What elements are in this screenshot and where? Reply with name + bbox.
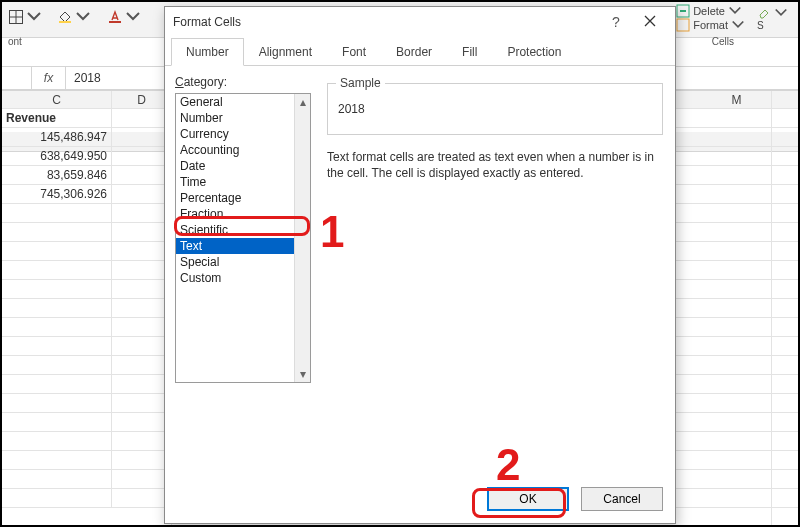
category-scrollbar[interactable]: ▴ ▾ — [294, 94, 310, 382]
cell[interactable] — [112, 318, 172, 337]
cell[interactable] — [702, 451, 772, 470]
col-header-m[interactable]: M — [702, 91, 772, 110]
cell[interactable] — [2, 318, 112, 337]
category-item-general[interactable]: General — [176, 94, 310, 110]
cell[interactable] — [112, 109, 172, 128]
cell[interactable] — [112, 204, 172, 223]
borders-button[interactable] — [4, 6, 46, 28]
cell[interactable] — [772, 242, 798, 261]
cell[interactable] — [702, 109, 772, 128]
category-item-accounting[interactable]: Accounting — [176, 142, 310, 158]
cell[interactable] — [702, 204, 772, 223]
cell[interactable] — [112, 223, 172, 242]
cell[interactable] — [112, 489, 172, 508]
font-color-button[interactable] — [103, 6, 145, 28]
cell[interactable] — [702, 299, 772, 318]
tab-font[interactable]: Font — [327, 38, 381, 66]
category-item-fraction[interactable]: Fraction — [176, 206, 310, 222]
cell[interactable] — [2, 356, 112, 375]
cell[interactable] — [702, 375, 772, 394]
cell[interactable] — [772, 261, 798, 280]
cell[interactable] — [2, 489, 112, 508]
cell[interactable] — [112, 147, 172, 166]
sort-filter-button[interactable]: S — [757, 20, 764, 31]
cell[interactable] — [2, 223, 112, 242]
cell[interactable] — [2, 261, 112, 280]
cell[interactable] — [112, 280, 172, 299]
category-list[interactable]: General Number Currency Accounting Date … — [175, 93, 311, 383]
cell[interactable] — [112, 451, 172, 470]
cell[interactable]: 638,649.950 — [2, 147, 112, 166]
cell[interactable] — [112, 128, 172, 147]
cell[interactable] — [772, 223, 798, 242]
cell[interactable] — [2, 242, 112, 261]
scroll-down-icon[interactable]: ▾ — [295, 366, 310, 382]
cell[interactable] — [702, 394, 772, 413]
category-item-time[interactable]: Time — [176, 174, 310, 190]
cell[interactable] — [2, 432, 112, 451]
cell[interactable] — [112, 432, 172, 451]
category-item-special[interactable]: Special — [176, 254, 310, 270]
col-header-n[interactable]: N — [772, 91, 798, 110]
help-button[interactable]: ? — [599, 14, 633, 30]
tab-fill[interactable]: Fill — [447, 38, 492, 66]
cell[interactable] — [702, 223, 772, 242]
cell[interactable] — [702, 337, 772, 356]
cell[interactable] — [702, 489, 772, 508]
cell[interactable] — [702, 242, 772, 261]
cell[interactable] — [702, 508, 772, 525]
cell[interactable] — [702, 413, 772, 432]
cell[interactable] — [772, 204, 798, 223]
cell[interactable] — [112, 337, 172, 356]
cell[interactable] — [112, 375, 172, 394]
cell[interactable] — [112, 356, 172, 375]
tab-protection[interactable]: Protection — [492, 38, 576, 66]
cell[interactable] — [702, 147, 772, 166]
cell[interactable]: 145,486.947 — [2, 128, 112, 147]
fx-icon[interactable]: fx — [32, 67, 66, 89]
cell[interactable] — [112, 413, 172, 432]
dialog-titlebar[interactable]: Format Cells ? — [165, 7, 675, 37]
cell[interactable] — [2, 375, 112, 394]
cell[interactable] — [2, 394, 112, 413]
cell[interactable] — [702, 261, 772, 280]
category-item-scientific[interactable]: Scientific — [176, 222, 310, 238]
cell[interactable] — [2, 413, 112, 432]
cell[interactable]: 745,306.926 — [2, 185, 112, 204]
cell[interactable] — [772, 299, 798, 318]
cell[interactable] — [112, 185, 172, 204]
category-item-number[interactable]: Number — [176, 110, 310, 126]
ok-button[interactable]: OK — [487, 487, 569, 511]
cell[interactable] — [772, 470, 798, 489]
tab-number[interactable]: Number — [171, 38, 244, 66]
cell[interactable] — [772, 508, 798, 525]
cell[interactable] — [112, 470, 172, 489]
cell[interactable] — [772, 394, 798, 413]
cell[interactable] — [772, 337, 798, 356]
cell[interactable] — [2, 470, 112, 489]
cancel-button[interactable]: Cancel — [581, 487, 663, 511]
cell[interactable] — [772, 128, 798, 147]
cell[interactable] — [702, 470, 772, 489]
cell[interactable] — [772, 432, 798, 451]
cell[interactable] — [702, 185, 772, 204]
cell[interactable] — [702, 318, 772, 337]
cell[interactable] — [112, 394, 172, 413]
fill-color-button[interactable] — [53, 6, 95, 28]
cell[interactable] — [702, 166, 772, 185]
cell[interactable] — [772, 109, 798, 128]
col-header-c[interactable]: C — [2, 91, 112, 110]
cell[interactable] — [112, 299, 172, 318]
cell[interactable] — [2, 451, 112, 470]
cell[interactable] — [772, 451, 798, 470]
cell[interactable] — [2, 280, 112, 299]
category-item-text[interactable]: Text — [176, 238, 310, 254]
cell[interactable] — [112, 242, 172, 261]
cell[interactable] — [772, 147, 798, 166]
col-header-d[interactable]: D — [112, 91, 172, 110]
format-cells-button[interactable]: Format — [676, 18, 745, 32]
clear-button[interactable] — [757, 6, 788, 20]
cell[interactable] — [112, 166, 172, 185]
cell[interactable] — [772, 413, 798, 432]
category-item-currency[interactable]: Currency — [176, 126, 310, 142]
